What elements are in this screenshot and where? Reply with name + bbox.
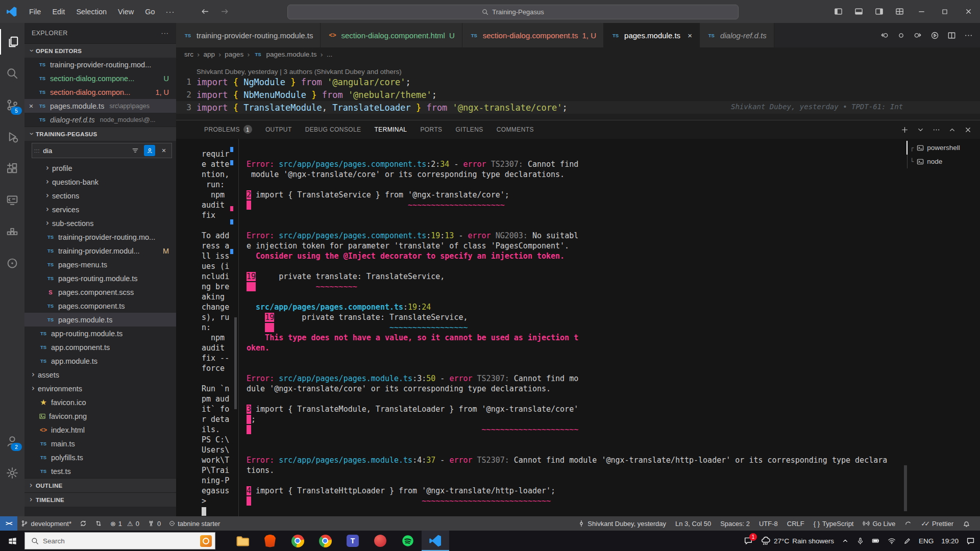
start-button[interactable] [0, 531, 24, 551]
explorer-more-actions-icon[interactable]: ··· [161, 30, 169, 37]
taskbar-app-app-red[interactable] [366, 531, 394, 551]
go-live-status[interactable]: Go Live [859, 520, 899, 528]
tabnine-status[interactable]: tabnine starter [165, 520, 224, 528]
git-branch-status[interactable]: development* [17, 520, 75, 528]
window-close-button[interactable] [957, 0, 980, 23]
activitybar-item-remote-explorer[interactable] [0, 187, 24, 213]
nav-back-icon[interactable] [880, 31, 889, 40]
weather-widget[interactable]: 27°C Rain showers [761, 536, 834, 546]
teams-chat-tray-icon[interactable]: 1 [744, 536, 753, 545]
microphone-tray-icon[interactable] [856, 537, 864, 545]
tree-folder-profile[interactable]: ›profile [24, 161, 176, 175]
activitybar-item-accounts[interactable]: 2 [0, 429, 24, 454]
breadcrumb-item[interactable]: app [203, 51, 215, 58]
terminal[interactable]: require attention, run: npmauditfixTo ad… [176, 139, 980, 516]
activitybar-item-containers[interactable] [0, 219, 24, 244]
tree-folder-question-bank[interactable]: ›question-bank [24, 175, 176, 189]
tree-find-input[interactable]: dia [43, 147, 127, 155]
terminal-profile-dropdown-icon[interactable] [917, 126, 924, 134]
fuzzy-match-button[interactable] [144, 145, 155, 156]
open-editor-item[interactable]: ×TSpages.module.tssrc\app\pages [24, 99, 176, 113]
toggle-secondary-sidebar-icon[interactable] [869, 0, 889, 23]
menu-edit[interactable]: Edit [46, 8, 70, 16]
tree-folder-services[interactable]: ›services [24, 203, 176, 216]
activitybar-item-source-control[interactable]: 5 [0, 92, 24, 118]
tree-folder-sub-sections[interactable]: ›sub-sections [24, 216, 176, 230]
feedback-status[interactable]: 0 [144, 520, 164, 528]
menu-more-button[interactable]: ··· [161, 7, 180, 16]
tab-training-provider-routing.module.ts[interactable]: TStraining-provider-routing.module.ts [176, 23, 321, 47]
open-editor-item[interactable]: TStraining-provider-routing.mod... [24, 58, 176, 71]
tab-section-dialog.component.ts[interactable]: TSsection-dialog.component.ts1, U [462, 23, 604, 47]
breadcrumb-item[interactable]: src [184, 51, 193, 58]
terminal-instance-node[interactable]: └node [908, 155, 980, 168]
remote-indicator[interactable]: >< [0, 516, 17, 531]
notifications-bell-icon[interactable] [959, 520, 974, 528]
project-section-header[interactable]: › TRAINING-PEGASUS [24, 127, 176, 141]
taskbar-app-brave[interactable] [256, 531, 284, 551]
tree-file-app.component.ts[interactable]: TSapp.component.ts [24, 340, 176, 354]
tree-file-training-provider-routing.mo...[interactable]: TStraining-provider-routing.mo... [24, 230, 176, 244]
activitybar-item-run-and-debug[interactable] [0, 124, 24, 149]
sync-changes-icon[interactable] [76, 520, 90, 527]
tree-file-index.html[interactable]: <>index.html [24, 423, 176, 437]
nav-forward-icon[interactable] [914, 31, 922, 40]
tree-file-favicon.ico[interactable]: ★favicon.ico [24, 395, 176, 409]
activitybar-item-extensions[interactable] [0, 156, 24, 181]
history-forward-icon[interactable] [220, 7, 229, 16]
panel-tab-comments[interactable]: COMMENTS [497, 120, 534, 139]
tree-file-app-routing.module.ts[interactable]: TSapp-routing.module.ts [24, 327, 176, 340]
command-center-search[interactable]: Training-Pegasus [287, 5, 739, 19]
taskbar-app-chrome[interactable] [284, 531, 311, 551]
close-panel-icon[interactable] [964, 126, 972, 134]
open-editors-header[interactable]: › OPEN EDITORS [24, 43, 176, 58]
gitlens-blame-status[interactable]: Shivkant Dubey, yesterday [574, 520, 670, 528]
history-back-icon[interactable] [201, 7, 209, 16]
toggle-sidebar-icon[interactable] [828, 0, 848, 23]
pen-tray-icon[interactable] [903, 537, 911, 545]
breadcrumb-item[interactable]: pages [225, 51, 243, 58]
activitybar-item-explorer[interactable] [0, 29, 26, 55]
close-editor-icon[interactable]: × [28, 102, 35, 110]
terminal-pane-main[interactable]: Error: src/app/pages/pages.component.ts:… [247, 149, 903, 516]
panel-more-icon[interactable] [933, 126, 940, 134]
terminal-pane-left[interactable]: require attention, run: npmauditfixTo ad… [202, 149, 232, 516]
tree-file-polyfills.ts[interactable]: TSpolyfills.ts [24, 450, 176, 464]
encoding-status[interactable]: UTF-8 [755, 520, 781, 528]
input-language[interactable]: ENG [919, 537, 934, 545]
filter-icon[interactable] [130, 145, 141, 156]
panel-tab-debug-console[interactable]: DEBUG CONSOLE [305, 120, 361, 139]
close-find-icon[interactable]: × [158, 145, 169, 156]
tree-file-favicon.png[interactable]: favicon.png [24, 409, 176, 423]
panel-tab-output[interactable]: OUTPUT [265, 120, 292, 139]
menu-go[interactable]: Go [139, 8, 160, 16]
problems-status[interactable]: ⊗ 1 ⚠ 0 [107, 520, 143, 528]
run-file-icon[interactable] [930, 31, 939, 40]
outline-section-header[interactable]: › OUTLINE [24, 478, 176, 492]
open-editor-item[interactable]: TSsection-dialog.compone...U [24, 71, 176, 85]
more-actions-icon[interactable] [964, 31, 973, 40]
taskbar-search[interactable]: Search [24, 532, 215, 549]
customize-layout-icon[interactable] [889, 0, 910, 23]
search-highlight-icon[interactable] [200, 535, 212, 547]
panel-tab-problems[interactable]: PROBLEMS1 [204, 120, 252, 139]
terminal-instance-powershell[interactable]: ┌powershell [906, 141, 980, 155]
new-terminal-icon[interactable] [901, 126, 909, 134]
menu-selection[interactable]: Selection [70, 8, 112, 16]
codelens[interactable]: Shivkant Dubey, yesterday | 3 authors (S… [176, 61, 980, 76]
battery-tray-icon[interactable] [872, 537, 880, 545]
terminal-split-sash[interactable] [238, 139, 239, 516]
tree-file-pages-menu.ts[interactable]: TSpages-menu.ts [24, 258, 176, 271]
git-compare-icon[interactable] [91, 520, 106, 527]
open-editor-item[interactable]: TSsection-dialog.compon...1, U [24, 85, 176, 99]
code-line[interactable]: 2import { NbMenuModule } from '@nebular/… [176, 88, 980, 101]
code-line[interactable]: 1import { NgModule } from '@angular/core… [176, 76, 980, 88]
tree-folder-sections[interactable]: ›sections [24, 189, 176, 203]
breadcrumb[interactable]: src›app›pages›TSpages.module.ts›... [176, 47, 980, 61]
taskbar-app-teams[interactable]: T [339, 531, 366, 551]
tree-folder-assets[interactable]: ›assets [24, 368, 176, 382]
split-editor-icon[interactable] [947, 31, 956, 40]
terminal-left-scrollbar[interactable] [234, 317, 237, 409]
timeline-section-header[interactable]: › TIMELINE [24, 492, 176, 507]
panel-tab-ports[interactable]: PORTS [420, 120, 442, 139]
